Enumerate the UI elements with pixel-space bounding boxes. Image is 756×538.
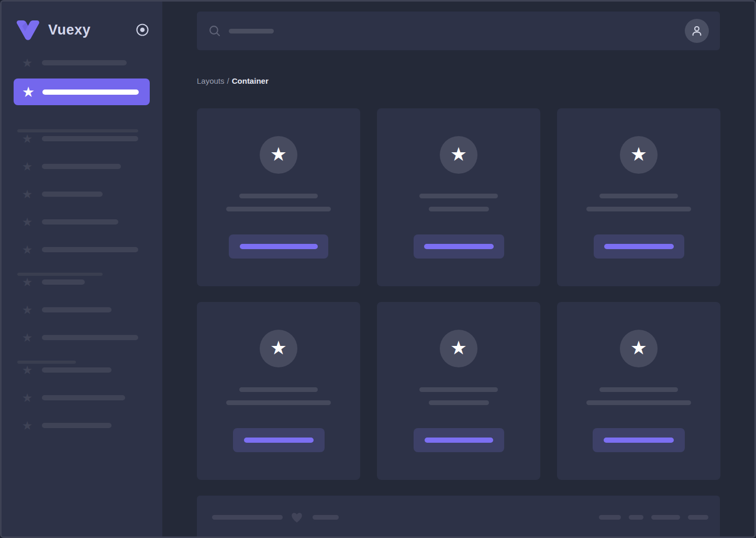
star-icon: ★ [270, 145, 287, 164]
card-subtitle-placeholder [429, 207, 489, 211]
footer-text-placeholder [313, 515, 339, 520]
placeholder-card: ★ [377, 302, 540, 480]
card-subtitle-placeholder [586, 400, 691, 405]
sidebar-item-active[interactable]: ★ [14, 79, 150, 105]
card-action-button[interactable] [414, 234, 504, 259]
card-action-button[interactable] [593, 428, 685, 452]
card-avatar-circle: ★ [620, 136, 658, 174]
sidebar-item[interactable]: ★ [2, 160, 162, 173]
button-label-placeholder [425, 438, 493, 443]
sidebar-item[interactable]: ★ [2, 132, 162, 145]
sidebar-section: ★★★ [2, 361, 162, 432]
card-avatar-circle: ★ [260, 330, 297, 367]
star-icon: ★ [270, 339, 287, 357]
sidebar-item[interactable]: ★ [2, 331, 162, 344]
footer-link-placeholder [651, 515, 680, 520]
sidebar-item-label-placeholder [42, 423, 112, 428]
breadcrumb: Layouts/Container [197, 76, 720, 86]
star-icon: ★ [21, 304, 34, 316]
sidebar-item[interactable]: ★ [2, 188, 162, 200]
sidebar-item-label-placeholder [42, 89, 139, 95]
avatar[interactable] [685, 19, 709, 43]
card-title-placeholder [419, 194, 498, 198]
card-subtitle-placeholder [429, 400, 489, 405]
sidebar-item-label-placeholder [42, 247, 138, 252]
footer-link-placeholder [599, 515, 621, 520]
sidebar-item[interactable]: ★ [2, 57, 162, 69]
card-title-placeholder [599, 194, 678, 198]
placeholder-card: ★ [557, 108, 720, 286]
card-title-placeholder [599, 387, 678, 392]
star-icon: ★ [21, 364, 34, 376]
placeholder-card: ★ [197, 108, 360, 286]
footer-link-placeholder [629, 515, 643, 520]
card-avatar-circle: ★ [260, 136, 297, 174]
card-subtitle-placeholder [226, 400, 331, 405]
person-icon [690, 24, 704, 38]
card-action-button[interactable] [229, 234, 328, 259]
button-label-placeholder [240, 244, 318, 249]
star-icon: ★ [21, 57, 34, 69]
button-label-placeholder [244, 438, 314, 443]
star-icon: ★ [21, 419, 34, 432]
card-action-button[interactable] [414, 428, 504, 452]
search-icon [209, 25, 220, 37]
button-label-placeholder [424, 244, 494, 249]
cards-grid: ★ ★ ★ ★ [197, 108, 720, 480]
star-icon: ★ [450, 145, 467, 164]
star-icon: ★ [21, 276, 34, 288]
sidebar-item[interactable]: ★ [2, 304, 162, 316]
card-title-placeholder [239, 194, 318, 198]
star-icon: ★ [21, 188, 34, 200]
sidebar-item[interactable]: ★ [2, 364, 162, 376]
search-placeholder [229, 29, 274, 33]
footer-links [599, 515, 708, 520]
sidebar-item-label-placeholder [42, 192, 103, 197]
card-action-button[interactable] [233, 428, 325, 452]
sidebar-item-label-placeholder [42, 395, 125, 400]
sidebar-item[interactable]: ★ [2, 216, 162, 228]
heart-icon [291, 511, 303, 523]
card-subtitle-placeholder [586, 207, 691, 211]
star-icon: ★ [21, 86, 36, 98]
sidebar-item-label-placeholder [42, 367, 112, 373]
sidebar-item[interactable]: ★ [2, 243, 162, 256]
star-icon: ★ [21, 132, 34, 145]
card-action-button[interactable] [594, 234, 684, 259]
brand[interactable]: Vuexy [2, 18, 162, 41]
footer-link-placeholder [688, 515, 708, 520]
breadcrumb-current: Container [232, 76, 269, 85]
brand-name: Vuexy [48, 22, 91, 38]
star-icon: ★ [21, 243, 34, 256]
placeholder-card: ★ [377, 108, 540, 286]
breadcrumb-separator: / [227, 76, 229, 85]
star-icon: ★ [21, 331, 34, 344]
sidebar-item-label-placeholder [42, 219, 118, 225]
placeholder-card: ★ [197, 302, 360, 480]
star-icon: ★ [630, 339, 647, 357]
main-content: Layouts/Container ★ ★ ★ ★ [162, 2, 754, 536]
sidebar-item-label-placeholder [42, 335, 138, 340]
footer-left [212, 511, 339, 523]
breadcrumb-parent[interactable]: Layouts [197, 76, 225, 85]
button-label-placeholder [604, 244, 674, 249]
sidebar-item-label-placeholder [42, 136, 138, 141]
sidebar-item-label-placeholder [42, 60, 127, 65]
star-icon: ★ [630, 145, 647, 164]
sidebar-section: ★★★ [2, 273, 162, 344]
sidebar-item[interactable]: ★ [2, 419, 162, 432]
vuexy-logo-icon [16, 19, 40, 41]
star-icon: ★ [21, 391, 34, 404]
sidebar-nav: ★★★★★★★★★★★ [2, 129, 162, 432]
sidebar-item[interactable]: ★ [2, 276, 162, 288]
card-avatar-circle: ★ [440, 330, 477, 367]
search-input[interactable] [197, 12, 720, 50]
sidebar-section: ★★★★★ [2, 129, 162, 256]
sidebar-item[interactable]: ★ [2, 391, 162, 404]
radio-dot-icon[interactable] [136, 23, 149, 37]
footer-text-placeholder [212, 515, 283, 520]
button-label-placeholder [604, 438, 674, 443]
card-avatar-circle: ★ [620, 330, 658, 367]
star-icon: ★ [450, 339, 467, 357]
card-avatar-circle: ★ [440, 136, 477, 174]
